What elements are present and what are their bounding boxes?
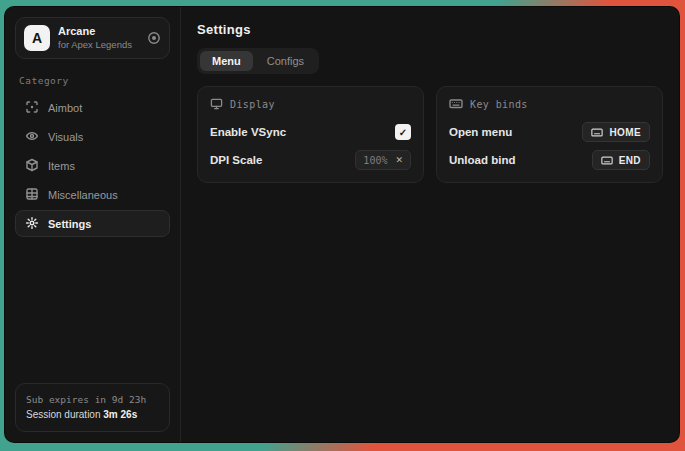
clear-icon[interactable]: ✕ — [395, 156, 403, 165]
unload-bind-label: Unload bind — [449, 154, 515, 166]
circle-dot-icon[interactable] — [147, 31, 161, 45]
app-subtitle: for Apex Legends — [58, 39, 139, 51]
sidebar-item-visuals[interactable]: Visuals — [15, 123, 170, 150]
brand-text: Arcane for Apex Legends — [58, 25, 139, 51]
sidebar-item-items[interactable]: Items — [15, 152, 170, 179]
keybinds-card-title: Key binds — [470, 99, 528, 110]
page-title: Settings — [197, 22, 663, 37]
dpi-scale-input[interactable]: 100% ✕ — [355, 150, 411, 170]
sidebar-item-label: Items — [48, 160, 75, 172]
vsync-checkbox[interactable]: ✓ — [395, 124, 411, 140]
sidebar-item-label: Aimbot — [48, 102, 82, 114]
open-menu-bind-button[interactable]: HOME — [582, 122, 650, 142]
sidebar-item-label: Settings — [48, 218, 91, 230]
sidebar-item-settings[interactable]: Settings — [15, 210, 170, 237]
brand-card: A Arcane for Apex Legends — [15, 17, 170, 59]
open-menu-row: Open menu HOME — [449, 122, 650, 142]
session-duration-label: Session duration — [26, 409, 101, 420]
app-name: Arcane — [58, 25, 139, 39]
display-card-title: Display — [230, 99, 275, 110]
sidebar-item-label: Visuals — [48, 131, 83, 143]
settings-cards: Display Enable VSync ✓ DPI Scale 100% ✕ — [197, 86, 663, 183]
unload-bind-button[interactable]: END — [592, 150, 650, 170]
eye-icon — [25, 129, 39, 145]
crosshair-icon — [25, 100, 39, 116]
sidebar-item-aimbot[interactable]: Aimbot — [15, 94, 170, 121]
sidebar-item-label: Miscellaneous — [48, 189, 118, 201]
session-card: Sub expires in 9d 23h Session duration 3… — [15, 383, 170, 432]
grid-icon — [25, 187, 39, 203]
category-label: Category — [19, 75, 166, 86]
vsync-label: Enable VSync — [210, 126, 286, 138]
tab-bar: Menu Configs — [197, 48, 319, 74]
display-card-header: Display — [210, 97, 411, 112]
unload-bind-value: END — [619, 155, 641, 166]
sidebar-item-miscellaneous[interactable]: Miscellaneous — [15, 181, 170, 208]
sub-expires-text: Sub expires in 9d 23h — [26, 392, 159, 407]
unload-bind-row: Unload bind END — [449, 150, 650, 170]
vsync-row: Enable VSync ✓ — [210, 122, 411, 142]
dpi-row: DPI Scale 100% ✕ — [210, 150, 411, 170]
keybinds-card-header: Key binds — [449, 97, 650, 112]
open-menu-label: Open menu — [449, 126, 512, 138]
keyboard-icon — [591, 123, 603, 141]
keyboard-icon — [449, 97, 463, 112]
session-duration-value: 3m 26s — [103, 409, 137, 420]
tab-configs[interactable]: Configs — [255, 51, 316, 71]
open-menu-bind-value: HOME — [609, 127, 641, 138]
session-duration-text: Session duration 3m 26s — [26, 407, 159, 423]
dpi-label: DPI Scale — [210, 154, 262, 166]
sidebar-nav: Aimbot Visuals Items — [15, 94, 170, 237]
keyboard-icon — [601, 151, 613, 169]
dpi-scale-value: 100% — [363, 155, 387, 166]
keybinds-card: Key binds Open menu HOME — [436, 86, 663, 183]
sidebar: A Arcane for Apex Legends Category — [5, 7, 181, 442]
monitor-icon — [210, 97, 223, 112]
app-window: A Arcane for Apex Legends Category — [4, 6, 680, 443]
gear-icon — [25, 216, 39, 232]
display-card: Display Enable VSync ✓ DPI Scale 100% ✕ — [197, 86, 424, 183]
main-content: Settings Menu Configs Display — [181, 7, 679, 442]
tab-menu[interactable]: Menu — [200, 51, 253, 71]
package-icon — [25, 158, 39, 174]
app-logo: A — [24, 25, 50, 51]
